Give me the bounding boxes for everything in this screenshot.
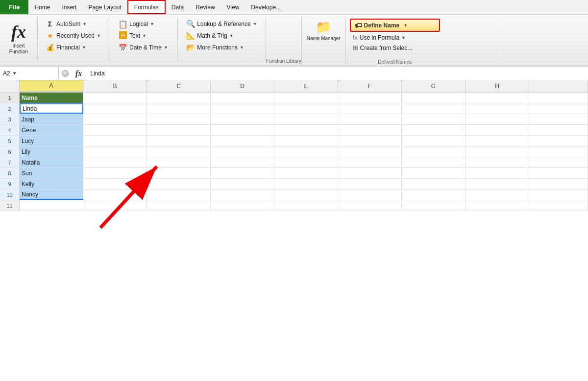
menu-home[interactable]: Home <box>28 0 56 14</box>
cell-e2[interactable] <box>274 103 338 114</box>
cell-b1[interactable] <box>83 93 147 103</box>
cell-c11[interactable] <box>147 200 211 211</box>
autosum-button[interactable]: Σ AutoSum ▼ <box>43 19 104 29</box>
menu-formulas[interactable]: Formulas <box>127 0 166 14</box>
col-header-d[interactable]: D <box>211 80 274 92</box>
cell-a8[interactable]: Sun <box>20 168 83 178</box>
menu-view[interactable]: View <box>221 0 245 14</box>
menu-review[interactable]: Review <box>190 0 220 14</box>
col-header-a[interactable]: A <box>20 80 83 92</box>
col-header-h[interactable]: H <box>466 80 529 92</box>
cell-e8[interactable] <box>274 168 338 178</box>
cell-b5[interactable] <box>83 136 147 146</box>
cell-h10[interactable] <box>466 190 529 200</box>
lookup-ref-button[interactable]: 🔍 Lookup & Reference ▼ <box>183 19 260 29</box>
cell-e3[interactable] <box>274 114 338 124</box>
cell-b7[interactable] <box>83 157 147 167</box>
define-name-button[interactable]: 🏷 Define Name ▼ <box>350 19 440 32</box>
cell-f6[interactable] <box>338 146 402 157</box>
cell-h9[interactable] <box>466 179 529 189</box>
menu-developer[interactable]: Develope... <box>245 0 287 14</box>
cell-f1[interactable] <box>338 93 402 103</box>
cell-d5[interactable] <box>211 136 274 146</box>
cell-c10[interactable] <box>147 190 211 200</box>
menu-insert[interactable]: Insert <box>56 0 82 14</box>
cell-a10[interactable]: Nancy <box>20 190 83 200</box>
cell-f9[interactable] <box>338 179 402 189</box>
cell-h8[interactable] <box>466 168 529 178</box>
cell-g11[interactable] <box>402 200 466 211</box>
cell-e6[interactable] <box>274 146 338 157</box>
cell-f7[interactable] <box>338 157 402 167</box>
cell-g7[interactable] <box>402 157 466 167</box>
cell-a3[interactable]: Jaap <box>20 114 83 124</box>
cell-g1[interactable] <box>402 93 466 103</box>
col-header-f[interactable]: F <box>338 80 402 92</box>
cell-b6[interactable] <box>83 146 147 157</box>
cell-d8[interactable] <box>211 168 274 178</box>
cell-h2[interactable] <box>466 103 529 114</box>
cell-b2[interactable] <box>83 103 147 114</box>
name-box[interactable]: A2 ▼ <box>0 67 59 80</box>
cell-a9[interactable]: Kelly <box>20 179 83 189</box>
formula-content[interactable]: Linda <box>86 70 588 77</box>
cell-h11[interactable] <box>466 200 529 211</box>
create-from-selection-button[interactable]: ⊞ Create from Selec... <box>350 43 440 52</box>
cell-f2[interactable] <box>338 103 402 114</box>
cell-g8[interactable] <box>402 168 466 178</box>
cell-e5[interactable] <box>274 136 338 146</box>
cell-b9[interactable] <box>83 179 147 189</box>
cell-d1[interactable] <box>211 93 274 103</box>
cell-g9[interactable] <box>402 179 466 189</box>
menu-page-layout[interactable]: Page Layout <box>82 0 127 14</box>
cell-b8[interactable] <box>83 168 147 178</box>
math-trig-button[interactable]: 📐 Math & Trig ▼ <box>183 30 260 41</box>
cell-b11[interactable] <box>83 200 147 211</box>
cell-c5[interactable] <box>147 136 211 146</box>
cell-h3[interactable] <box>466 114 529 124</box>
cell-d4[interactable] <box>211 125 274 135</box>
cell-f4[interactable] <box>338 125 402 135</box>
cell-a5[interactable]: Lucy <box>20 136 83 146</box>
cell-h6[interactable] <box>466 146 529 157</box>
cell-c4[interactable] <box>147 125 211 135</box>
cell-c6[interactable] <box>147 146 211 157</box>
cell-a7[interactable]: Natalia <box>20 157 83 167</box>
cell-c9[interactable] <box>147 179 211 189</box>
cell-c1[interactable] <box>147 93 211 103</box>
cell-g6[interactable] <box>402 146 466 157</box>
cell-a11[interactable] <box>20 200 83 211</box>
cell-h4[interactable] <box>466 125 529 135</box>
cell-a2[interactable]: Linda <box>20 103 83 114</box>
cell-f11[interactable] <box>338 200 402 211</box>
cell-d3[interactable] <box>211 114 274 124</box>
more-functions-button[interactable]: 📂 More Functions ▼ <box>183 42 260 53</box>
insert-function-button[interactable]: fx InsertFunction <box>4 20 33 57</box>
col-header-e[interactable]: E <box>274 80 338 92</box>
use-in-formula-button[interactable]: fx Use in Formula ▼ <box>350 33 440 42</box>
logical-button[interactable]: 📋 Logical ▼ <box>116 19 171 29</box>
cell-b10[interactable] <box>83 190 147 200</box>
cell-g2[interactable] <box>402 103 466 114</box>
cell-g5[interactable] <box>402 136 466 146</box>
date-time-button[interactable]: 📅 Date & Time ▼ <box>116 42 171 53</box>
cell-h5[interactable] <box>466 136 529 146</box>
cell-c3[interactable] <box>147 114 211 124</box>
cell-d6[interactable] <box>211 146 274 157</box>
cell-c2[interactable] <box>147 103 211 114</box>
col-header-c[interactable]: C <box>147 80 211 92</box>
menu-file[interactable]: File <box>0 0 28 14</box>
cell-g3[interactable] <box>402 114 466 124</box>
cell-g4[interactable] <box>402 125 466 135</box>
cell-d7[interactable] <box>211 157 274 167</box>
name-manager-button[interactable]: 📁 Name Manager <box>307 20 341 42</box>
cell-e1[interactable] <box>274 93 338 103</box>
cell-b4[interactable] <box>83 125 147 135</box>
cell-e9[interactable] <box>274 179 338 189</box>
cell-a1[interactable]: Name <box>20 93 83 103</box>
recently-used-button[interactable]: ★ Recently Used ▼ <box>43 30 104 41</box>
cell-f3[interactable] <box>338 114 402 124</box>
cell-d11[interactable] <box>211 200 274 211</box>
menu-data[interactable]: Data <box>166 0 190 14</box>
text-button[interactable]: 🅰 Text ▼ <box>116 30 171 41</box>
